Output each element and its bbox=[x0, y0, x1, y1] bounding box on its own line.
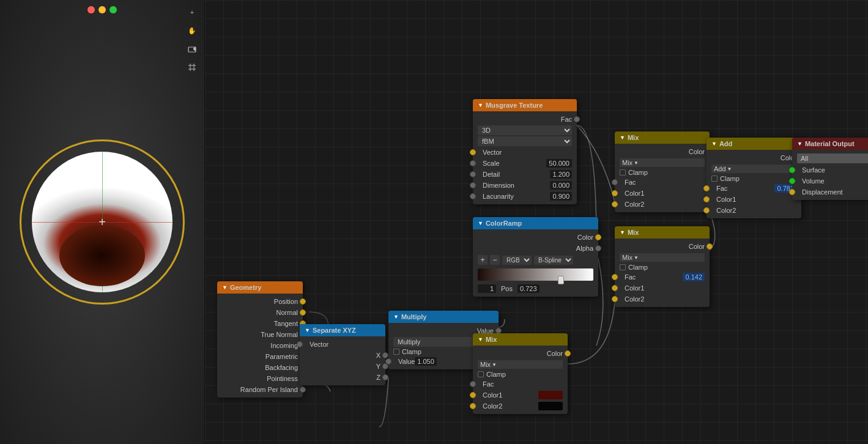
multiply-value-socket[interactable] bbox=[385, 358, 391, 364]
multiply-value-display[interactable]: 1.050 bbox=[415, 357, 437, 366]
separate-xyz-body: Vector X Y Z bbox=[300, 336, 385, 385]
musgrave-vector-socket[interactable] bbox=[470, 149, 476, 155]
musgrave-lacunarity-socket[interactable] bbox=[470, 193, 476, 199]
mix-mid-color-socket[interactable] bbox=[707, 243, 713, 250]
mix-mid-color1-socket[interactable] bbox=[612, 285, 618, 291]
mix-mid-fac-socket[interactable] bbox=[612, 274, 618, 280]
colorramp-output-alpha: Alpha bbox=[473, 243, 598, 254]
add-color1-socket[interactable] bbox=[703, 196, 710, 202]
colorramp-pos-value[interactable]: 0.723 bbox=[517, 284, 540, 293]
musgrave-scale-socket[interactable] bbox=[470, 160, 476, 166]
musgrave-scale-value[interactable]: 50.000 bbox=[546, 159, 572, 168]
colorramp-header: ▼ ColorRamp bbox=[473, 217, 598, 229]
musgrave-dimension-select[interactable]: 3D bbox=[478, 125, 572, 135]
separate-xyz-vector-socket[interactable] bbox=[297, 341, 303, 347]
geometry-position-label: Position bbox=[274, 298, 298, 305]
mix-mid-blendmode[interactable]: Mix ▼ bbox=[620, 253, 705, 262]
colorramp-stop-num[interactable]: 1 bbox=[478, 284, 496, 293]
mix-top-clamp-checkbox[interactable] bbox=[620, 169, 626, 176]
colorramp-alpha-socket[interactable] bbox=[595, 245, 601, 251]
multiply-collapse[interactable]: ▼ bbox=[393, 314, 399, 320]
musgrave-scale-row: Scale 50.000 bbox=[473, 158, 577, 169]
mix-mid-fac-value[interactable]: 0.142 bbox=[683, 273, 705, 281]
close-button[interactable] bbox=[87, 6, 95, 13]
separate-xyz-vector-label: Vector bbox=[310, 341, 328, 348]
colorramp-color-socket[interactable] bbox=[595, 234, 601, 240]
geometry-normal-socket[interactable] bbox=[300, 309, 306, 316]
musgrave-body: Fac 3D fBM Vector Scale 50.000 bbox=[473, 111, 577, 204]
colorramp-add-stop[interactable]: + bbox=[478, 255, 488, 265]
maximize-button[interactable] bbox=[109, 6, 117, 13]
mix-top-collapse[interactable]: ▼ bbox=[620, 135, 625, 141]
musgrave-dim-value[interactable]: 0.000 bbox=[550, 181, 572, 190]
mix-bottom-color2-socket[interactable] bbox=[470, 403, 476, 409]
mix-top-color2-socket[interactable] bbox=[612, 201, 618, 207]
geometry-pointiness-label: Pointiness bbox=[267, 375, 298, 382]
musgrave-detail-value[interactable]: 1.200 bbox=[550, 170, 572, 179]
separate-xyz-node: ▼ Separate XYZ Vector X Y Z bbox=[300, 324, 385, 385]
mix-top-color1-socket[interactable] bbox=[612, 190, 618, 196]
multiply-clamp-checkbox[interactable] bbox=[393, 349, 399, 355]
colorramp-rgb-select[interactable]: RGB bbox=[502, 256, 532, 265]
camera-tool-icon[interactable] bbox=[185, 42, 199, 56]
mix-bottom-header: ▼ Mix bbox=[473, 333, 568, 346]
matout-dropdown[interactable]: All ▼ bbox=[797, 154, 868, 163]
separate-xyz-x-socket[interactable] bbox=[382, 352, 388, 358]
musgrave-vector-label: Vector bbox=[483, 149, 502, 156]
add-collapse[interactable]: ▼ bbox=[711, 141, 717, 147]
musgrave-collapse[interactable]: ▼ bbox=[478, 102, 483, 108]
matout-volume-socket[interactable] bbox=[789, 178, 795, 184]
geometry-position-socket[interactable] bbox=[300, 298, 306, 305]
matout-collapse[interactable]: ▼ bbox=[797, 141, 803, 147]
add-clamp-checkbox[interactable] bbox=[711, 176, 718, 182]
musgrave-fac-socket[interactable] bbox=[574, 116, 580, 122]
matout-title: Material Output bbox=[805, 140, 855, 147]
3d-scene bbox=[17, 136, 188, 308]
colorramp-stop-marker[interactable] bbox=[558, 276, 564, 284]
mix-bottom-clamp-checkbox[interactable] bbox=[478, 371, 484, 377]
mix-bottom-collapse[interactable]: ▼ bbox=[478, 336, 483, 342]
zoom-tool-icon[interactable]: + bbox=[185, 5, 199, 20]
colorramp-controls: + − RGB B-Spline bbox=[473, 254, 598, 266]
geometry-node-body: Position Normal Tangent True Normal Inco… bbox=[217, 294, 303, 398]
bowl-mesh bbox=[32, 152, 172, 292]
hand-tool-icon[interactable]: ✋ bbox=[185, 23, 199, 38]
separate-xyz-z-socket[interactable] bbox=[382, 374, 388, 380]
mix-top-blendmode[interactable]: Mix ▼ bbox=[620, 158, 705, 167]
colorramp-gradient[interactable] bbox=[478, 268, 593, 281]
separate-xyz-collapse[interactable]: ▼ bbox=[305, 327, 310, 333]
add-fac-socket[interactable] bbox=[703, 185, 710, 191]
mix-top-fac-socket[interactable] bbox=[612, 179, 618, 185]
geometry-output-position: Position bbox=[217, 296, 303, 307]
mix-bottom-color1-swatch[interactable] bbox=[538, 391, 563, 399]
colorramp-remove-stop[interactable]: − bbox=[490, 255, 500, 265]
musgrave-lacunarity-row: Lacunarity 0.900 bbox=[473, 191, 577, 202]
mix-top-clamp-row: Clamp bbox=[615, 168, 710, 177]
mix-mid-color2-row: Color2 bbox=[615, 294, 710, 305]
mix-mid-clamp-checkbox[interactable] bbox=[620, 264, 626, 270]
colorramp-interpolation-select[interactable]: B-Spline bbox=[534, 256, 573, 265]
mix-bottom-color-socket[interactable] bbox=[565, 350, 571, 357]
multiply-value-label: Value bbox=[398, 358, 415, 365]
mix-mid-collapse[interactable]: ▼ bbox=[620, 229, 625, 235]
mix-bottom-color2-swatch[interactable] bbox=[538, 402, 563, 410]
matout-displacement-socket[interactable] bbox=[789, 189, 795, 195]
mix-bottom-blendmode[interactable]: Mix ▼ bbox=[478, 360, 563, 369]
mix-mid-color2-socket[interactable] bbox=[612, 296, 618, 302]
colorramp-collapse[interactable]: ▼ bbox=[478, 220, 483, 226]
musgrave-type-select[interactable]: fBM bbox=[478, 136, 572, 146]
musgrave-dim-socket[interactable] bbox=[470, 182, 476, 188]
geometry-tangent-label: Tangent bbox=[274, 320, 298, 327]
add-color2-socket[interactable] bbox=[703, 207, 710, 213]
mix-bottom-color1-socket[interactable] bbox=[470, 392, 476, 398]
musgrave-output-fac: Fac bbox=[473, 114, 577, 125]
musgrave-lacunarity-value[interactable]: 0.900 bbox=[550, 192, 572, 201]
matout-surface-socket[interactable] bbox=[789, 167, 795, 173]
add-blendmode[interactable]: Add ▼ bbox=[711, 165, 796, 173]
mix-bottom-fac-socket[interactable] bbox=[470, 381, 476, 387]
minimize-button[interactable] bbox=[98, 6, 106, 13]
geometry-node-collapse[interactable]: ▼ bbox=[222, 284, 228, 290]
musgrave-detail-socket[interactable] bbox=[470, 171, 476, 177]
geometry-randisland-socket[interactable] bbox=[300, 387, 306, 393]
grid-tool-icon[interactable] bbox=[185, 60, 199, 75]
